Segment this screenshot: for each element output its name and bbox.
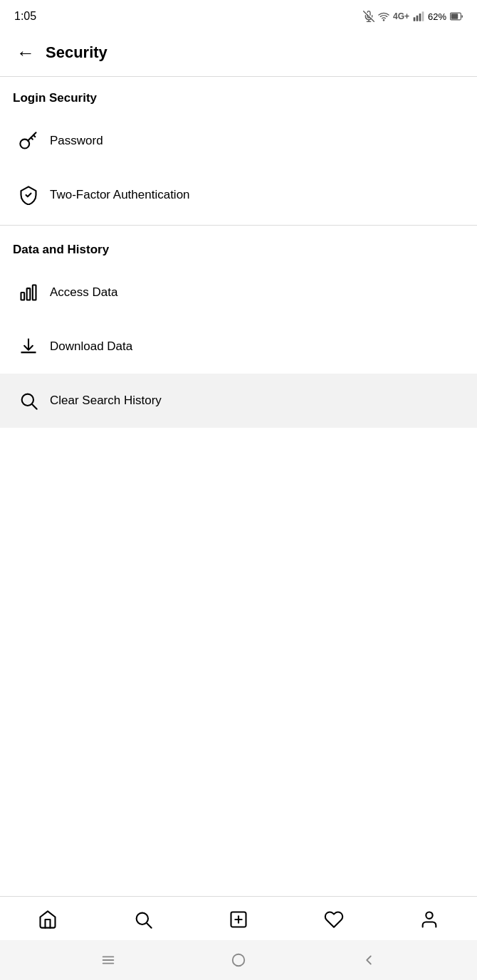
svg-rect-11 <box>21 293 25 300</box>
menu-item-password[interactable]: Password <box>0 114 477 168</box>
access-data-label: Access Data <box>50 285 117 300</box>
key-icon <box>13 125 44 157</box>
svg-rect-7 <box>422 11 424 21</box>
shield-check-svg <box>19 185 38 205</box>
android-back-icon <box>361 952 377 968</box>
menu-item-two-factor[interactable]: Two-Factor Authentication <box>0 168 477 222</box>
android-recents-button[interactable] <box>100 952 116 968</box>
bottom-nav-activity[interactable] <box>313 904 355 935</box>
download-svg <box>19 337 38 357</box>
user-icon <box>419 910 439 929</box>
menu-item-download-data[interactable]: Download Data <box>0 320 477 374</box>
svg-rect-5 <box>416 16 419 21</box>
svg-rect-9 <box>451 14 458 19</box>
section-divider-1 <box>0 225 477 226</box>
back-arrow-icon: ← <box>16 43 35 62</box>
password-label: Password <box>50 134 103 148</box>
status-time: 1:05 <box>14 10 36 23</box>
signal-icon <box>413 11 424 22</box>
android-back-button[interactable] <box>361 952 377 968</box>
top-nav: ← Security <box>0 31 477 77</box>
page-title: Security <box>46 43 108 62</box>
back-button[interactable]: ← <box>11 38 40 67</box>
recents-icon <box>100 952 116 968</box>
bar-chart-icon <box>13 277 44 308</box>
svg-rect-6 <box>419 14 421 21</box>
battery-icon <box>450 12 463 21</box>
mute-icon <box>363 11 374 22</box>
bottom-nav-home[interactable] <box>26 904 69 935</box>
status-icons: 4G+ 62% <box>363 11 463 22</box>
main-content: Login Security Password Two-Factor Authe… <box>0 77 477 896</box>
section-login-security: Login Security <box>0 77 477 114</box>
search-svg <box>19 391 38 411</box>
battery-level: 62% <box>428 11 446 22</box>
svg-point-21 <box>426 912 432 918</box>
shield-check-icon <box>13 179 44 211</box>
svg-rect-4 <box>414 17 416 21</box>
svg-rect-12 <box>27 288 31 300</box>
section-data-history: Data and History <box>0 228 477 265</box>
plus-square-icon <box>229 910 248 929</box>
search-icon <box>13 385 44 416</box>
svg-rect-25 <box>233 954 245 966</box>
android-nav <box>0 940 477 980</box>
svg-line-17 <box>147 923 151 927</box>
svg-line-15 <box>32 404 36 409</box>
android-home-button[interactable] <box>231 952 246 968</box>
home-icon <box>38 910 58 929</box>
bar-chart-svg <box>19 283 38 302</box>
android-home-icon <box>231 952 246 968</box>
svg-rect-13 <box>33 285 36 300</box>
download-icon <box>13 331 44 362</box>
bottom-nav-search[interactable] <box>122 904 164 935</box>
bottom-nav-profile[interactable] <box>408 904 451 935</box>
two-factor-label: Two-Factor Authentication <box>50 188 190 202</box>
menu-item-clear-search[interactable]: Clear Search History <box>0 374 477 428</box>
status-bar: 1:05 4G+ 62% <box>0 0 477 31</box>
download-data-label: Download Data <box>50 339 132 354</box>
svg-point-3 <box>383 20 384 21</box>
search-nav-icon <box>133 910 153 929</box>
key-svg <box>19 131 38 151</box>
network-label: 4G+ <box>393 11 409 21</box>
bottom-nav <box>0 896 477 940</box>
heart-icon <box>324 910 344 929</box>
menu-item-access-data[interactable]: Access Data <box>0 265 477 320</box>
wifi-icon <box>378 11 389 22</box>
clear-search-label: Clear Search History <box>50 394 162 408</box>
bottom-nav-add[interactable] <box>217 904 260 935</box>
